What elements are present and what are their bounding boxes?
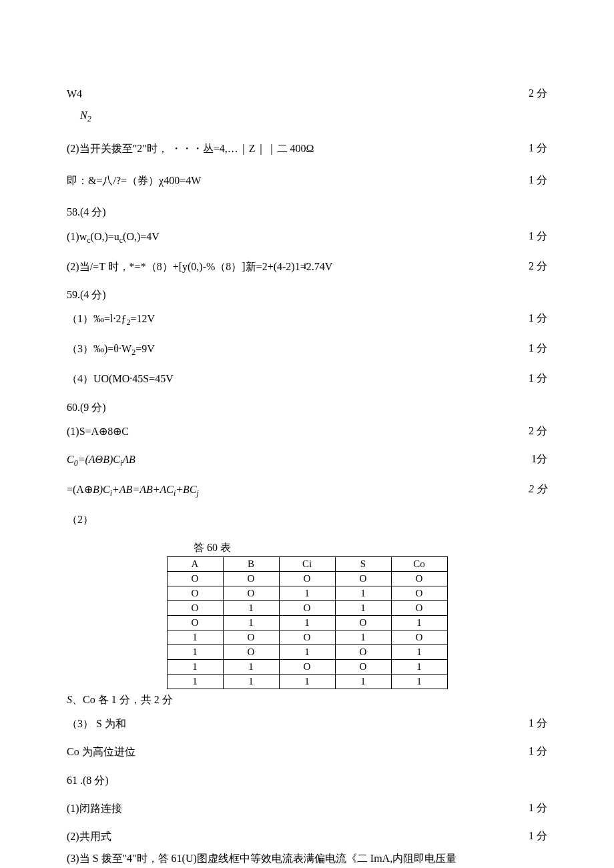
q59-3-pts: 1 分 <box>529 342 547 356</box>
q59-3: （3）‰)=θ·W2=9V 1 分 <box>67 342 547 358</box>
table-cell: 1 <box>335 674 391 689</box>
table-cell: 1 <box>335 600 391 615</box>
q58-1-pts: 1 分 <box>529 230 547 244</box>
line-w4: W4 2 分 <box>67 87 547 101</box>
table-row: 11111 <box>167 674 447 689</box>
eq400-pts: 1 分 <box>529 173 547 187</box>
table-cell: 1 <box>279 644 335 659</box>
table-cell: 1 <box>223 600 279 615</box>
q59-header: 59.(4 分) <box>67 288 547 302</box>
q60-part2: （2） <box>67 512 547 527</box>
table-row: 1O1O1 <box>167 644 447 659</box>
table-row: ABCiSCo <box>167 556 447 571</box>
table-cell: O <box>167 615 223 630</box>
table-cell: 1 <box>167 644 223 659</box>
table-cell: 1 <box>167 659 223 674</box>
q60-3-pts: 1 分 <box>529 717 547 731</box>
switch2-text: (2)当开关拨至"2"时， ・・・丛=4,…｜Z｜｜二 400Ω <box>67 141 529 156</box>
table-cell: O <box>335 659 391 674</box>
table-cell: 1 <box>279 586 335 600</box>
table-cell: 1 <box>335 630 391 644</box>
table-cell: O <box>391 571 447 586</box>
table-cell: O <box>335 644 391 659</box>
table-cell: O <box>223 571 279 586</box>
table-cell: O <box>223 644 279 659</box>
q61-2-text: (2)共用式 <box>67 829 529 844</box>
line-eq-400: 即：&=八/?=（券）χ400=4W 1 分 <box>67 173 547 188</box>
stray-r: r <box>304 260 307 272</box>
s-co-scoring: S、Co 各 1 分，共 2 分 <box>67 693 547 707</box>
q60-expand: =(A⊕B)Ci+AB=AB+ACi+BCj 2 分 <box>67 482 547 499</box>
eq400-text: 即：&=八/?=（券）χ400=4W <box>67 173 529 188</box>
q60-c0: C0=(AΘB)CiAB 1分 <box>67 452 547 469</box>
table-caption: 答 60 表 <box>194 541 547 555</box>
table-cell: 1 <box>223 659 279 674</box>
table-cell: 1 <box>223 615 279 630</box>
q59-1: （1）‰=l·2ƒ2=12V 1 分 <box>67 312 547 328</box>
table-cell: O <box>335 571 391 586</box>
line-w4-pts: 2 分 <box>529 87 547 101</box>
q60-co: Co 为高位进位 1 分 <box>67 745 547 759</box>
q59-4-pts: 1 分 <box>529 372 547 386</box>
q60-1-text: (1)S=A⊕8⊕C <box>67 424 529 439</box>
table-cell: O <box>391 586 447 600</box>
q61-2: (2)共用式 1 分 <box>67 829 547 844</box>
table-cell: Co <box>391 556 447 571</box>
line-switch2: (2)当开关拨至"2"时， ・・・丛=4,…｜Z｜｜二 400Ω 1 分 <box>67 141 547 156</box>
table-cell: O <box>167 600 223 615</box>
q61-2-pts: 1 分 <box>529 829 547 843</box>
q59-4: （4）UO(MO·45S=45V 1 分 <box>67 372 547 386</box>
q61-1-text: (1)闭路连接 <box>67 801 529 816</box>
q58-header: 58.(4 分) <box>67 205 547 220</box>
table-cell: O <box>279 659 335 674</box>
table-cell: O <box>279 600 335 615</box>
line-w4-text: W4 <box>67 87 529 101</box>
q61-3: (3)当 S 拨至"4"时，答 61(U)图虚线框中等效电流表满偏电流《二 Im… <box>67 851 547 866</box>
q61-1-pts: 1 分 <box>529 801 547 815</box>
table-cell: 1 <box>391 674 447 689</box>
q60-expand-pts: 2 分 <box>529 482 547 496</box>
table-cell: 1 <box>167 674 223 689</box>
table-cell: 1 <box>279 615 335 630</box>
q60-3-text: （3） S 为和 <box>67 717 529 731</box>
table-cell: 1 <box>279 674 335 689</box>
table-cell: 1 <box>391 644 447 659</box>
table-cell: O <box>391 600 447 615</box>
truth-table: ABCiSCoOOOOOOO11OO1O1OO11O11OO1O1O1O111O… <box>167 556 448 689</box>
table-cell: 1 <box>167 630 223 644</box>
table-row: OOOOO <box>167 571 447 586</box>
q60-co-pts: 1 分 <box>529 745 547 759</box>
table-row: O11O1 <box>167 615 447 630</box>
q60-co-text: Co 为高位进位 <box>67 745 529 759</box>
table-row: 1OO1O <box>167 630 447 644</box>
q60-1: (1)S=A⊕8⊕C 2 分 <box>67 424 547 439</box>
q60-header: 60.(9 分) <box>67 400 547 415</box>
table-cell: O <box>335 615 391 630</box>
q61-header: 61 .(8 分) <box>67 773 547 788</box>
table-cell: O <box>167 586 223 600</box>
switch2-pts: 1 分 <box>529 141 547 155</box>
q61-3-text: (3)当 S 拨至"4"时，答 61(U)图虚线框中等效电流表满偏电流《二 Im… <box>67 851 547 866</box>
q58-2-pts: 2 分 <box>529 260 547 274</box>
table-cell: Ci <box>279 556 335 571</box>
n2-base: N2 <box>80 108 91 125</box>
table-cell: O <box>279 571 335 586</box>
q58-1: (1)wc(O,)=uc(O,)=4V 1 分 <box>67 230 547 246</box>
table-cell: B <box>223 556 279 571</box>
table-cell: O <box>167 571 223 586</box>
table-cell: 1 <box>391 659 447 674</box>
table-cell: O <box>279 630 335 644</box>
q59-1-pts: 1 分 <box>529 312 547 326</box>
q58-2-text: (2)当/=T 时，*=*（8）+[y(0,)-%（8）]新=2+(4-2)1=… <box>67 260 529 274</box>
table-cell: A <box>167 556 223 571</box>
table-row: O1O1O <box>167 600 447 615</box>
table-row: 11OO1 <box>167 659 447 674</box>
table-cell: O <box>223 586 279 600</box>
table-cell: S <box>335 556 391 571</box>
q60-c0-pts: 1分 <box>531 452 547 466</box>
table-row: OO11O <box>167 586 447 600</box>
table-cell: O <box>223 630 279 644</box>
line-n2: N2 <box>67 108 547 125</box>
q60-3: （3） S 为和 1 分 <box>67 717 547 731</box>
q61-1: (1)闭路连接 1 分 <box>67 801 547 816</box>
